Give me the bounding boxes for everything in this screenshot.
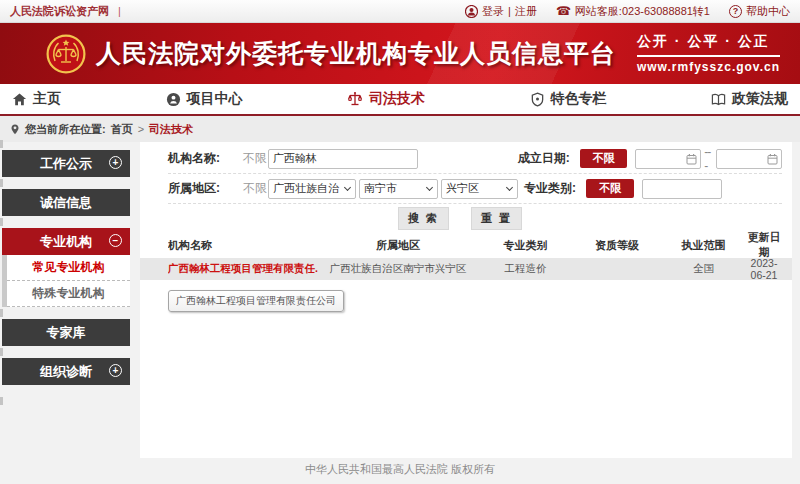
submenu-item-special-orgs[interactable]: 特殊专业机构: [7, 281, 130, 307]
sidebar-tick: [0, 397, 3, 405]
district-select[interactable]: 兴宁区: [441, 179, 518, 199]
form-row-region-category: 所属地区: 不限 广西壮族自治 南宁市 兴宁区 专业类别: 不限: [168, 174, 782, 204]
scales-icon: [347, 91, 363, 107]
org-name-link[interactable]: 广西翰林工程项目管理有限责任...: [168, 262, 318, 276]
org-name-label: 机构名称:: [168, 150, 236, 167]
table-row[interactable]: 广西翰林工程项目管理有限责任... 广西壮族自治区南宁市兴宁区 工程造价 全国 …: [140, 258, 792, 280]
org-name-input[interactable]: [268, 149, 418, 169]
help-icon: ?: [729, 5, 742, 18]
city-select[interactable]: 南宁市: [359, 179, 438, 199]
table-header: 机构名称 所属地区 专业类别 资质等级 执业范围 更新日期: [140, 232, 792, 258]
calendar-icon: [686, 153, 697, 165]
user-icon: [465, 5, 478, 18]
book-icon: [711, 92, 726, 107]
shield-icon: [530, 92, 545, 107]
content-panel: 机构名称: 不限 成立日期: 不限 ---: [140, 142, 792, 458]
hotline-text: 网站客服:023-63088881转1: [575, 4, 710, 19]
breadcrumb-home[interactable]: 首页: [111, 122, 133, 137]
sidebar-item-integrity-info[interactable]: 诚信信息: [2, 189, 130, 216]
collapse-icon[interactable]: −: [109, 234, 122, 247]
chevron-down-icon: [344, 183, 351, 190]
phone-icon: ☎: [556, 4, 571, 18]
search-button[interactable]: 搜 索: [398, 207, 449, 230]
expand-icon[interactable]: +: [109, 156, 122, 169]
founded-unlimited-button[interactable]: 不限: [580, 149, 628, 168]
breadcrumb-current: 司法技术: [149, 122, 193, 137]
region-label: 所属地区:: [168, 180, 236, 197]
org-name-tooltip: 广西翰林工程项目管理有限责任公司: [168, 290, 344, 312]
sidebar-item-org-diagnosis[interactable]: 组织诊断 +: [2, 358, 130, 385]
top-utility-bar: 人民法院诉讼资产网 | 登录 | 注册 ☎ 网站客服:023-63088881转…: [0, 0, 800, 23]
calendar-icon: [767, 153, 778, 165]
founded-date-label: 成立日期:: [518, 150, 580, 167]
chevron-down-icon: [506, 183, 513, 190]
sidebar-item-expert-pool[interactable]: 专家库: [2, 319, 130, 346]
project-center-icon: [166, 92, 181, 107]
date-to-input[interactable]: [716, 149, 782, 169]
submenu-item-common-orgs[interactable]: 常见专业机构: [7, 255, 130, 281]
province-select[interactable]: 广西壮族自治: [268, 179, 356, 199]
register-link[interactable]: 注册: [515, 4, 537, 19]
site-name-link[interactable]: 人民法院诉讼资产网: [10, 4, 109, 19]
nav-judicial-technology[interactable]: 司法技术: [347, 90, 425, 108]
site-url: www.rmfysszc.gov.cn: [637, 60, 780, 74]
nav-home[interactable]: 主页: [12, 90, 61, 108]
category-unlimited-button[interactable]: 不限: [586, 179, 634, 198]
topbar-divider: |: [118, 5, 121, 17]
footer-copyright: 中华人民共和国最高人民法院 版权所有: [0, 462, 800, 477]
sidebar-item-work-publicity[interactable]: 工作公示 +: [2, 150, 130, 177]
form-actions: 搜 索 重 置: [168, 204, 752, 232]
breadcrumb-separator: >: [138, 123, 144, 135]
nav-policies[interactable]: 政策法规: [711, 90, 788, 108]
nav-project-center[interactable]: 项目中心: [166, 90, 243, 108]
site-banner: 人民法院对外委托专业机构专业人员信息平台 公开 · 公平 · 公正 www.rm…: [0, 23, 800, 84]
slogan-text: 公开 · 公平 · 公正: [637, 33, 780, 57]
home-icon: [12, 92, 27, 107]
login-link[interactable]: 登录: [482, 4, 504, 19]
login-register-divider: |: [508, 5, 511, 17]
sidebar: 工作公示 + 诚信信息 专业机构 − 常见专业机构 特殊专业机构 专家库 组织诊…: [0, 150, 130, 405]
main-nav: 主页 项目中心 司法技术 特色专栏: [0, 84, 800, 116]
chevron-down-icon: [426, 183, 433, 190]
date-range-separator: ---: [704, 145, 713, 173]
breadcrumb-prefix: 您当前所在位置:: [25, 122, 106, 137]
form-row-name-date: 机构名称: 不限 成立日期: 不限 ---: [168, 144, 782, 174]
category-label: 专业类别:: [524, 180, 586, 197]
category-input[interactable]: [642, 179, 722, 199]
location-pin-icon: [10, 123, 20, 136]
nav-featured-columns[interactable]: 特色专栏: [530, 90, 607, 108]
main-content: 工作公示 + 诚信信息 专业机构 − 常见专业机构 特殊专业机构 专家库 组织诊…: [0, 142, 800, 484]
search-form: 机构名称: 不限 成立日期: 不限 ---: [140, 142, 792, 232]
org-name-unlimited-option[interactable]: 不限: [243, 150, 268, 167]
expand-icon[interactable]: +: [109, 364, 122, 377]
help-center-link[interactable]: 帮助中心: [746, 4, 790, 19]
sidebar-item-professional-orgs[interactable]: 专业机构 −: [2, 228, 130, 255]
sidebar-submenu: 常见专业机构 特殊专业机构: [2, 255, 130, 307]
region-unlimited-option[interactable]: 不限: [243, 180, 268, 197]
court-emblem-logo: [46, 34, 86, 74]
breadcrumb: 您当前所在位置: 首页 > 司法技术: [0, 116, 800, 142]
date-from-input[interactable]: [635, 149, 701, 169]
site-title: 人民法院对外委托专业机构专业人员信息平台: [96, 37, 616, 70]
reset-button[interactable]: 重 置: [471, 207, 522, 230]
